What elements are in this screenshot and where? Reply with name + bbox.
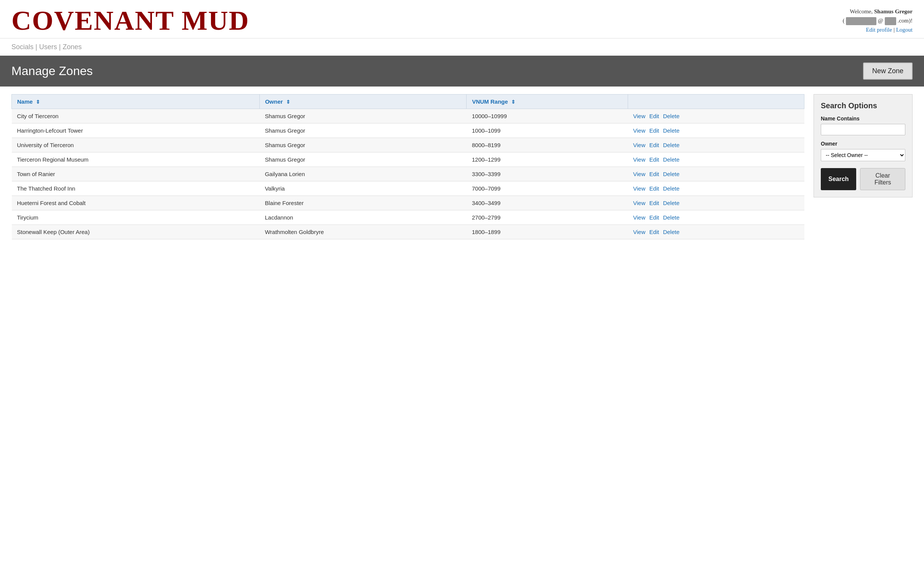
owner-filter-label: Owner — [821, 141, 905, 147]
zone-name: University of Tierceron — [12, 138, 260, 152]
zone-vnum-range: 1800–1899 — [467, 225, 628, 239]
zone-actions: View Edit Delete — [628, 181, 804, 196]
edit-link[interactable]: Edit — [649, 171, 659, 177]
page-header-bar: Manage Zones New Zone — [0, 56, 924, 87]
new-zone-button[interactable]: New Zone — [863, 63, 913, 80]
table-row: The Thatched Roof Inn Valkyria 7000–7099… — [12, 181, 804, 196]
col-name-label: Name — [17, 98, 33, 105]
email-masked-domain — [885, 17, 896, 25]
col-owner-label: Owner — [265, 98, 283, 105]
view-link[interactable]: View — [633, 214, 645, 221]
col-name[interactable]: Name ⇕ — [12, 95, 260, 109]
zone-name: The Thatched Roof Inn — [12, 181, 260, 196]
col-vnum-sort-icon: ⇕ — [511, 99, 515, 105]
table-row: Harrington-Lefcourt Tower Shamus Gregor … — [12, 123, 804, 138]
zone-owner: Valkyria — [259, 181, 467, 196]
zone-vnum-range: 10000–10999 — [467, 109, 628, 123]
table-row: Hueterni Forest and Cobalt Blaine Forest… — [12, 196, 804, 210]
delete-link[interactable]: Delete — [663, 142, 679, 148]
view-link[interactable]: View — [633, 127, 645, 134]
zone-owner: Shamus Gregor — [259, 109, 467, 123]
delete-link[interactable]: Delete — [663, 113, 679, 119]
delete-link[interactable]: Delete — [663, 171, 679, 177]
sidebar-title: Search Options — [821, 101, 905, 110]
header: Covenant Mud Welcome, Shamus Gregor ( @ … — [0, 0, 924, 38]
col-owner[interactable]: Owner ⇕ — [259, 95, 467, 109]
edit-link[interactable]: Edit — [649, 127, 659, 134]
view-link[interactable]: View — [633, 229, 645, 235]
edit-link[interactable]: Edit — [649, 156, 659, 163]
name-contains-input[interactable] — [821, 124, 905, 135]
nav-socials[interactable]: Socials — [11, 43, 34, 51]
delete-link[interactable]: Delete — [663, 214, 679, 221]
view-link[interactable]: View — [633, 200, 645, 206]
edit-link[interactable]: Edit — [649, 229, 659, 235]
nav: Socials | Users | Zones — [0, 38, 924, 56]
delete-link[interactable]: Delete — [663, 127, 679, 134]
username-display: Shamus Gregor — [874, 8, 913, 14]
email-masked-user — [846, 17, 876, 25]
view-link[interactable]: View — [633, 113, 645, 119]
zone-vnum-range: 3400–3499 — [467, 196, 628, 210]
zones-table-section: Name ⇕ Owner ⇕ VNUM Range ⇕ City of Ti — [11, 94, 804, 239]
table-row: Tirycium Lacdannon 2700–2799 View Edit D… — [12, 210, 804, 225]
logout-link[interactable]: Logout — [896, 27, 913, 33]
zone-actions: View Edit Delete — [628, 225, 804, 239]
zone-vnum-range: 2700–2799 — [467, 210, 628, 225]
view-link[interactable]: View — [633, 185, 645, 192]
zone-owner: Shamus Gregor — [259, 123, 467, 138]
zone-actions: View Edit Delete — [628, 123, 804, 138]
edit-link[interactable]: Edit — [649, 200, 659, 206]
edit-link[interactable]: Edit — [649, 185, 659, 192]
zone-name: Harrington-Lefcourt Tower — [12, 123, 260, 138]
zone-actions: View Edit Delete — [628, 167, 804, 181]
zone-vnum-range: 1000–1099 — [467, 123, 628, 138]
table-row: University of Tierceron Shamus Gregor 80… — [12, 138, 804, 152]
nav-zones[interactable]: Zones — [62, 43, 82, 51]
view-link[interactable]: View — [633, 171, 645, 177]
owner-select[interactable]: -- Select Owner --Shamus GregorGailyana … — [821, 149, 905, 161]
zone-actions: View Edit Delete — [628, 210, 804, 225]
main-content: Name ⇕ Owner ⇕ VNUM Range ⇕ City of Ti — [0, 94, 924, 251]
edit-link[interactable]: Edit — [649, 142, 659, 148]
col-vnum[interactable]: VNUM Range ⇕ — [467, 95, 628, 109]
welcome-label: Welcome, — [850, 8, 874, 14]
zone-name: Hueterni Forest and Cobalt — [12, 196, 260, 210]
nav-users[interactable]: Users — [39, 43, 57, 51]
delete-link[interactable]: Delete — [663, 200, 679, 206]
user-links: Edit profile | Logout — [843, 25, 913, 34]
site-title: Covenant Mud — [11, 7, 249, 34]
table-row: City of Tierceron Shamus Gregor 10000–10… — [12, 109, 804, 123]
zone-vnum-range: 1200–1299 — [467, 152, 628, 167]
view-link[interactable]: View — [633, 156, 645, 163]
name-contains-label: Name Contains — [821, 115, 905, 122]
col-owner-sort-icon: ⇕ — [286, 99, 290, 105]
delete-link[interactable]: Delete — [663, 156, 679, 163]
table-row: Tierceron Regional Museum Shamus Gregor … — [12, 152, 804, 167]
edit-link[interactable]: Edit — [649, 214, 659, 221]
zones-table: Name ⇕ Owner ⇕ VNUM Range ⇕ City of Ti — [11, 94, 804, 239]
zone-name: Tierceron Regional Museum — [12, 152, 260, 167]
search-options-sidebar: Search Options Name Contains Owner -- Se… — [814, 94, 913, 197]
zone-owner: Gailyana Lorien — [259, 167, 467, 181]
zone-name: City of Tierceron — [12, 109, 260, 123]
zone-vnum-range: 8000–8199 — [467, 138, 628, 152]
zone-actions: View Edit Delete — [628, 152, 804, 167]
zone-owner: Shamus Gregor — [259, 152, 467, 167]
welcome-text: Welcome, Shamus Gregor — [843, 7, 913, 16]
zone-actions: View Edit Delete — [628, 109, 804, 123]
zone-owner: Lacdannon — [259, 210, 467, 225]
col-actions — [628, 95, 804, 109]
user-info: Welcome, Shamus Gregor ( @ .com)! Edit p… — [843, 7, 913, 34]
edit-link[interactable]: Edit — [649, 113, 659, 119]
edit-profile-link[interactable]: Edit profile — [866, 27, 892, 33]
delete-link[interactable]: Delete — [663, 185, 679, 192]
filter-buttons: Search Clear Filters — [821, 168, 905, 190]
zone-name: Tirycium — [12, 210, 260, 225]
clear-filters-button[interactable]: Clear Filters — [860, 168, 905, 190]
delete-link[interactable]: Delete — [663, 229, 679, 235]
search-button[interactable]: Search — [821, 168, 856, 190]
table-row: Stonewall Keep (Outer Area) Wrathmolten … — [12, 225, 804, 239]
zone-name: Stonewall Keep (Outer Area) — [12, 225, 260, 239]
view-link[interactable]: View — [633, 142, 645, 148]
